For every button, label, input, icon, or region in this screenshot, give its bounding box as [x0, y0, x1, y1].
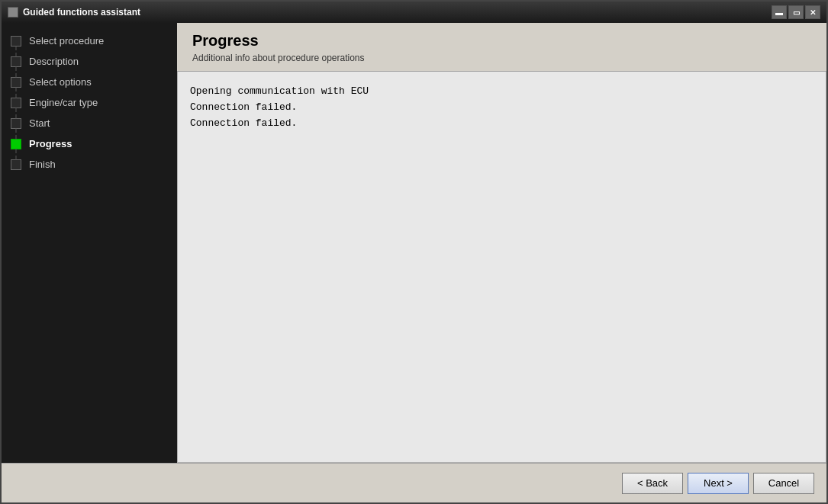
minimize-button[interactable]: ▬ [772, 5, 787, 19]
close-button[interactable]: ✕ [805, 5, 820, 19]
sidebar-label-select-procedure: Select procedure [29, 35, 104, 47]
step-indicator-finish [11, 159, 21, 170]
content-header: Progress Additional info about procedure… [177, 23, 826, 72]
sidebar-item-start[interactable]: Start [2, 113, 177, 133]
log-line: Connection failed. [190, 100, 814, 116]
main-content: Progress Additional info about procedure… [177, 23, 826, 463]
bottom-bar: < Back Next > Cancel [2, 463, 826, 502]
sidebar-label-description: Description [29, 56, 79, 67]
sidebar-item-select-options[interactable]: Select options [2, 72, 177, 92]
next-button[interactable]: Next > [688, 473, 749, 494]
cancel-button[interactable]: Cancel [753, 473, 814, 494]
window-controls: ▬ ▭ ✕ [772, 5, 820, 19]
sidebar-item-description[interactable]: Description [2, 51, 177, 72]
back-button[interactable]: < Back [622, 473, 683, 494]
main-window: Guided functions assistant ▬ ▭ ✕ Select … [0, 0, 828, 504]
sidebar-item-progress[interactable]: Progress [2, 133, 177, 154]
maximize-button[interactable]: ▭ [788, 5, 804, 19]
step-indicator-description [11, 56, 21, 67]
sidebar-label-select-options: Select options [29, 76, 92, 88]
sidebar-item-select-procedure[interactable]: Select procedure [2, 30, 177, 51]
step-indicator-select-options [11, 77, 21, 88]
log-output: Opening communication with ECUConnection… [177, 72, 826, 463]
sidebar-item-finish[interactable]: Finish [2, 154, 177, 175]
content-title: Progress [192, 32, 811, 50]
step-indicator-select-procedure [11, 36, 21, 47]
log-line: Connection failed. [190, 116, 814, 132]
sidebar-label-progress: Progress [29, 138, 72, 149]
step-indicator-start [11, 118, 21, 129]
sidebar-label-start: Start [29, 117, 50, 129]
sidebar-label-finish: Finish [29, 159, 56, 170]
window-body: Select procedureDescriptionSelect option… [2, 23, 826, 463]
window-title: Guided functions assistant [23, 7, 140, 18]
step-indicator-engine-car-type [11, 98, 21, 108]
log-line: Opening communication with ECU [190, 84, 814, 100]
step-indicator-progress [11, 139, 21, 149]
sidebar: Select procedureDescriptionSelect option… [2, 23, 177, 463]
title-bar: Guided functions assistant ▬ ▭ ✕ [2, 2, 826, 23]
sidebar-item-engine-car-type[interactable]: Engine/car type [2, 92, 177, 113]
app-icon [8, 7, 18, 18]
content-subtitle: Additional info about procedure operatio… [192, 53, 811, 63]
sidebar-label-engine-car-type: Engine/car type [29, 97, 98, 108]
